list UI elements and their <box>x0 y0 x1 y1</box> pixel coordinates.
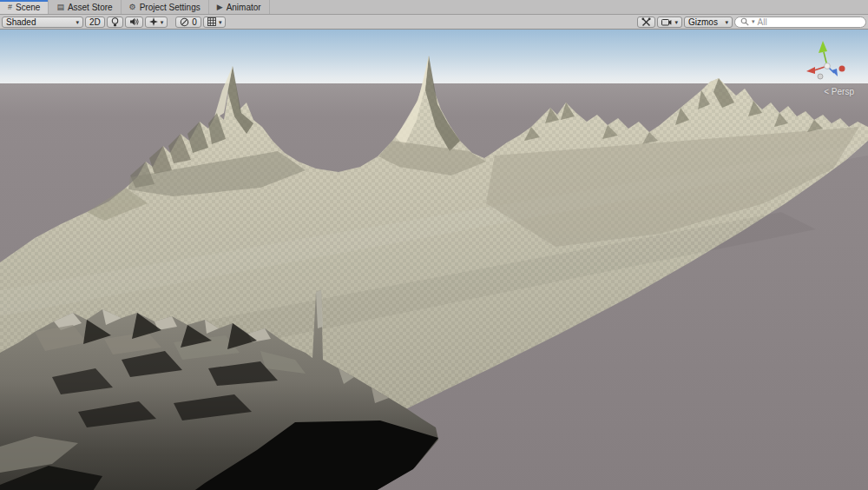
chevron-down-icon: ▾ <box>161 19 164 25</box>
tab-animator-label: Animator <box>227 3 261 12</box>
search-filter-caret-icon: ▾ <box>752 18 755 25</box>
chevron-down-icon: ▾ <box>219 19 222 25</box>
scene-view-toolbar: Shaded ▾ 2D ▾ <box>0 15 868 30</box>
z-axis-negative-ball[interactable] <box>818 74 823 79</box>
scene-audio-toggle[interactable] <box>125 17 143 28</box>
hidden-objects-toggle[interactable]: 0 <box>175 17 201 28</box>
camera-icon <box>661 18 672 26</box>
hidden-objects-count: 0 <box>192 17 197 27</box>
scene-tab-icon: # <box>8 3 12 11</box>
chevron-down-icon: ▾ <box>725 19 728 25</box>
tab-animator[interactable]: ▶ Animator <box>209 0 270 14</box>
wrench-tools-icon <box>641 17 651 27</box>
tab-project-settings-label: Project Settings <box>140 3 201 12</box>
search-filter-value: All <box>758 17 767 27</box>
chevron-down-icon: ▾ <box>674 19 678 25</box>
search-icon <box>740 17 749 26</box>
project-settings-tab-icon: ⚙ <box>129 3 136 11</box>
window-tab-bar: # Scene ▤ Asset Store ⚙ Project Settings… <box>0 0 868 15</box>
gizmo-center-cube[interactable] <box>825 63 831 70</box>
scene-lighting-toggle[interactable] <box>107 17 123 28</box>
asset-store-tab-icon: ▤ <box>56 3 64 11</box>
gizmos-label: Gizmos <box>688 17 718 27</box>
chevron-down-icon: ▾ <box>76 19 79 25</box>
scene-search-field[interactable]: ▾ All <box>734 17 866 28</box>
tab-scene-label: Scene <box>16 3 40 12</box>
tab-asset-store[interactable]: ▤ Asset Store <box>49 0 121 14</box>
effects-star-icon <box>149 17 158 26</box>
x-axis-negative-ball[interactable] <box>839 66 845 72</box>
draw-mode-label: Shaded <box>6 17 36 27</box>
2d-toggle-label: 2D <box>89 17 101 27</box>
scene-camera-dropdown[interactable]: ▾ <box>657 17 682 28</box>
gizmos-dropdown[interactable]: Gizmos ▾ <box>684 17 733 28</box>
draw-mode-dropdown[interactable]: Shaded ▾ <box>2 17 83 28</box>
2d-toggle-button[interactable]: 2D <box>85 17 105 28</box>
scene-canvas[interactable] <box>0 30 868 490</box>
component-tools-button[interactable] <box>637 17 655 28</box>
animator-tab-icon: ▶ <box>217 3 223 11</box>
scene-viewport[interactable]: < Persp <box>0 30 868 490</box>
grid-icon <box>207 17 216 26</box>
lightbulb-icon <box>111 17 119 27</box>
projection-mode-label[interactable]: < Persp <box>824 87 854 96</box>
toolbar-right-group: ▾ Gizmos ▾ ▾ All <box>637 17 866 28</box>
visibility-off-icon <box>180 17 189 27</box>
effects-dropdown-button[interactable]: ▾ <box>145 17 168 28</box>
tab-scene[interactable]: # Scene <box>0 0 49 14</box>
tab-asset-store-label: Asset Store <box>68 3 113 12</box>
grid-settings-dropdown[interactable]: ▾ <box>203 17 227 28</box>
speaker-icon <box>129 17 139 26</box>
tab-project-settings[interactable]: ⚙ Project Settings <box>122 0 209 14</box>
toolbar-left-group: Shaded ▾ 2D ▾ <box>2 17 226 28</box>
